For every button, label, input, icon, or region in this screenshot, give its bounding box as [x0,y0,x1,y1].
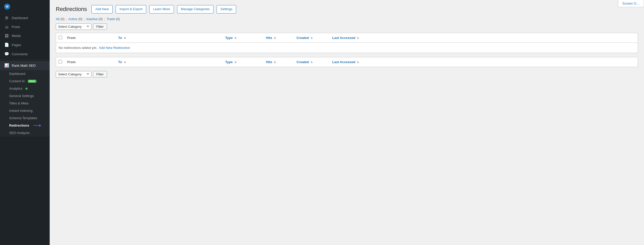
sort-type-icon-bottom: ⇅ [234,61,236,64]
col-to-label-bottom: To [118,60,122,64]
sidebar-submenu-rm-instant[interactable]: Instant Indexing [0,107,50,114]
th-type-top[interactable]: Type ⇅ [223,33,263,43]
sort-last-accessed-icon-bottom: ⇅ [357,61,359,64]
th-from-top: From [65,33,116,43]
dashboard-icon: ⊞ [4,16,9,20]
sidebar-item-media[interactable]: 🖼 Media [0,31,50,40]
learn-more-button[interactable]: Learn More [149,5,174,13]
col-to-label: To [118,36,122,40]
th-from-bottom: From [65,57,116,67]
sort-created-icon: ⇅ [311,37,313,39]
bottom-filter-row: Select Category Filter [56,71,638,77]
col-type-label: Type [225,36,233,40]
th-to-bottom[interactable]: To ⇅ [116,57,223,67]
sort-to-icon-bottom: ⇅ [124,61,126,64]
sidebar-submenu-rm-general[interactable]: General Settings [0,92,50,100]
sidebar: W ⊞ Dashboard 🗂 Posts 🖼 Media 📄 Pages 💬 … [0,0,50,245]
sort-created-icon-bottom: ⇅ [311,61,313,64]
sidebar-item-rank-math[interactable]: 📊 Rank Math SEO [0,61,50,70]
submenu-item-label: Schema Templates [9,116,37,120]
wp-logo-icon: W [4,4,10,10]
empty-message-cell: No redirections added yet. Add New Redir… [56,43,638,53]
col-last-accessed-label: Last Accessed [332,36,355,40]
import-export-button[interactable]: Import & Export [116,5,146,13]
filter-active-link[interactable]: Active [68,17,77,21]
th-hits-bottom[interactable]: Hits ⇅ [263,57,294,67]
sidebar-item-label: Media [12,34,21,38]
sidebar-item-dashboard[interactable]: ⊞ Dashboard [0,13,50,22]
col-from-label: From [67,36,76,40]
sidebar-item-label: Pages [12,43,21,47]
th-hits-top[interactable]: Hits ⇅ [263,33,294,43]
top-table-section: From To ⇅ Type ⇅ Hits ⇅ [56,33,638,53]
analytics-dot [25,88,28,90]
sidebar-submenu-rm-dashboard[interactable]: Dashboard [0,70,50,77]
select-category-top[interactable]: Select Category [56,23,91,30]
sidebar-submenu-rm-titles[interactable]: Titles & Meta [0,100,50,107]
select-all-checkbox-top[interactable] [59,36,62,39]
select-all-checkbox-bottom[interactable] [59,60,62,63]
select-category-bottom[interactable]: Select Category [56,71,91,77]
sidebar-item-comments[interactable]: 💬 Comments [0,49,50,59]
sidebar-rank-math-label: Rank Math SEO [12,64,36,67]
submenu-item-label: Instant Indexing [9,109,33,113]
sidebar-submenu-rm-analytics[interactable]: Analytics [0,85,50,92]
th-last-accessed-top[interactable]: Last Accessed ⇅ [330,33,638,43]
sidebar-item-label: Posts [12,25,20,29]
wp-logo[interactable]: W [0,0,50,13]
page-title: Redirections [56,6,87,12]
submenu-item-label: Dashboard [9,72,25,76]
top-table-wrap: From To ⇅ Type ⇅ Hits ⇅ [56,33,638,53]
filter-inactive[interactable]: Inactive (0) [86,17,103,21]
th-created-top[interactable]: Created ⇅ [294,33,330,43]
sidebar-item-pages[interactable]: 📄 Pages [0,40,50,49]
sidebar-submenu-rm-redirections[interactable]: Redirections [0,122,50,129]
filter-all[interactable]: All (0) [56,17,64,21]
sort-last-accessed-icon: ⇅ [357,37,359,39]
screen-options-label: Screen O… [622,2,640,5]
th-type-bottom[interactable]: Type ⇅ [223,57,263,67]
sort-to-icon: ⇅ [124,37,126,39]
col-hits-label-bottom: Hits [266,60,272,64]
bottom-table-section: From To ⇅ Type ⇅ Hits ⇅ [56,57,638,67]
sidebar-item-label: Dashboard [12,16,28,20]
page-header: Redirections Add New Import & Export Lea… [56,5,638,13]
filter-trash[interactable]: Trash (0) [106,17,120,21]
add-new-redirection-link[interactable]: Add New Redirection [99,46,130,50]
bottom-table-wrap: From To ⇅ Type ⇅ Hits ⇅ [56,57,638,67]
add-new-button[interactable]: Add New [91,5,113,13]
filter-button-top[interactable]: Filter [93,23,107,30]
submenu-item-label: Redirections [9,124,29,127]
filter-all-link[interactable]: All [56,17,59,21]
empty-message-text: No redirections added yet. [59,46,97,50]
manage-categories-button[interactable]: Manage Categories [177,5,213,13]
settings-button[interactable]: Settings [217,5,236,13]
sidebar-submenu-rm-schema[interactable]: Schema Templates [0,114,50,122]
th-last-accessed-bottom[interactable]: Last Accessed ⇅ [330,57,638,67]
sort-hits-icon-bottom: ⇅ [274,61,276,64]
sidebar-item-posts[interactable]: 🗂 Posts [0,22,50,31]
sort-hits-icon: ⇅ [274,37,276,39]
sidebar-divider [0,60,50,60]
filter-button-bottom[interactable]: Filter [93,71,107,77]
th-to-top[interactable]: To ⇅ [116,33,223,43]
sidebar-submenu-rm-seo[interactable]: SEO Analyzer [0,129,50,137]
col-created-label: Created [297,36,309,40]
th-checkbox-top [56,33,65,43]
rank-math-icon: 📊 [4,63,9,68]
filter-inactive-link[interactable]: Inactive [86,17,98,21]
top-filter-row: Select Category Filter [56,23,638,30]
submenu-item-label: General Settings [9,94,34,98]
filter-active[interactable]: Active (0) [68,17,82,21]
th-created-bottom[interactable]: Created ⇅ [294,57,330,67]
sidebar-submenu-rm-content-ai[interactable]: Content AI New! [0,77,50,85]
col-created-label-bottom: Created [297,60,309,64]
filter-trash-link[interactable]: Trash [106,17,115,21]
col-last-accessed-label-bottom: Last Accessed [332,60,355,64]
th-checkbox-bottom [56,57,65,67]
submenu-item-label: Titles & Meta [9,101,28,105]
active-arrow-indicator [33,125,41,126]
screen-options-button[interactable]: Screen O… [618,0,644,7]
sort-type-icon: ⇅ [234,37,236,39]
col-hits-label: Hits [266,36,272,40]
